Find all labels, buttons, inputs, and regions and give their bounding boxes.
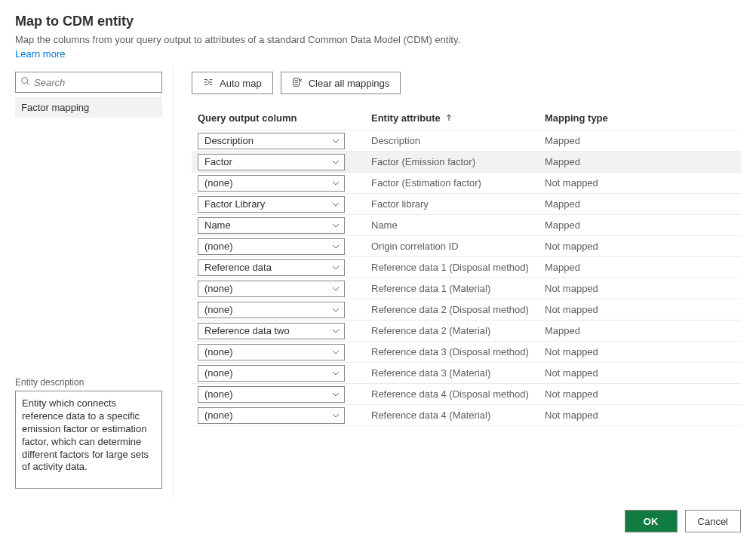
output-column-select[interactable]: (none): [198, 407, 345, 424]
chevron-down-icon: [332, 391, 340, 398]
output-column-select[interactable]: (none): [198, 302, 345, 318]
table-body: DescriptionDescriptionMappedFactorFactor…: [192, 130, 741, 426]
entity-attribute-cell: Reference data 4 (Material): [371, 410, 545, 421]
mapping-type-cell: Mapped: [545, 219, 735, 231]
entity-attribute-cell: Reference data 2 (Material): [371, 325, 545, 336]
table-row: Factor LibraryFactor libraryMapped: [192, 194, 741, 215]
select-value: (none): [204, 388, 233, 400]
dialog-footer: OK Cancel: [0, 499, 756, 543]
select-value: Description: [204, 135, 254, 146]
chevron-down-icon: [332, 306, 340, 314]
mapping-table: Query output column Entity attribute Map…: [192, 108, 741, 499]
chevron-down-icon: [332, 285, 340, 293]
entity-description-label: Entity description: [15, 377, 162, 388]
chevron-down-icon: [332, 412, 340, 419]
entity-attribute-cell: Reference data 3 (Disposal method): [371, 346, 545, 357]
svg-point-0: [22, 77, 28, 83]
chevron-down-icon: [332, 201, 340, 208]
table-row: FactorFactor (Emission factor)Mapped: [192, 152, 741, 173]
mapping-type-cell: Mapped: [545, 156, 735, 167]
entity-attribute-cell: Reference data 4 (Disposal method): [371, 388, 545, 400]
table-row: (none)Reference data 4 (Disposal method)…: [192, 384, 741, 405]
select-value: Name: [204, 219, 231, 231]
mapping-type-cell: Not mapped: [545, 177, 735, 189]
select-value: (none): [204, 177, 233, 189]
search-input-wrapper[interactable]: [15, 72, 162, 93]
output-column-select[interactable]: Reference data: [198, 259, 345, 276]
entity-attribute-cell: Description: [371, 135, 545, 146]
main-panel: Auto map Clear all mappings Query output…: [174, 66, 756, 499]
entity-attribute-cell: Name: [371, 219, 545, 231]
entity-attribute-cell: Factor library: [371, 198, 545, 210]
select-value: Reference data two: [204, 325, 290, 336]
entity-attribute-cell: Reference data 1 (Disposal method): [371, 262, 545, 273]
clear-mappings-label: Clear all mappings: [309, 78, 390, 89]
clear-mappings-button[interactable]: Clear all mappings: [281, 72, 401, 94]
output-column-select[interactable]: (none): [198, 175, 345, 192]
chevron-down-icon: [332, 327, 340, 335]
sidebar: Factor mapping Entity description Entity…: [0, 66, 174, 499]
search-input[interactable]: [31, 77, 161, 88]
mapping-type-cell: Mapped: [545, 135, 735, 146]
entity-attribute-cell: Origin correlation ID: [371, 241, 545, 252]
select-value: Factor Library: [204, 198, 265, 210]
toolbar: Auto map Clear all mappings: [192, 72, 741, 94]
table-row: (none)Factor (Estimation factor)Not mapp…: [192, 173, 741, 194]
ok-button[interactable]: OK: [625, 510, 678, 532]
output-column-select[interactable]: Factor Library: [198, 196, 345, 213]
learn-more-link[interactable]: Learn more: [15, 48, 65, 60]
cancel-button[interactable]: Cancel: [685, 510, 741, 532]
mapping-type-cell: Not mapped: [545, 304, 735, 315]
table-row: NameNameMapped: [192, 215, 741, 236]
table-row: Reference data twoReference data 2 (Mate…: [192, 321, 741, 342]
auto-map-button[interactable]: Auto map: [192, 72, 273, 94]
dialog-header: Map to CDM entity Map the columns from y…: [0, 0, 756, 66]
page-subtitle: Map the columns from your query output t…: [15, 34, 741, 45]
chevron-down-icon: [332, 348, 340, 356]
output-column-select[interactable]: (none): [198, 281, 345, 297]
entity-description-box: Entity which connects reference data to …: [15, 391, 162, 489]
select-value: (none): [204, 241, 233, 252]
output-column-select[interactable]: (none): [198, 344, 345, 360]
col-header-type[interactable]: Mapping type: [545, 112, 735, 124]
auto-map-label: Auto map: [220, 78, 262, 89]
output-column-select[interactable]: Name: [198, 217, 345, 234]
output-column-select[interactable]: (none): [198, 238, 345, 255]
sort-asc-icon: [445, 112, 453, 124]
mapping-type-cell: Mapped: [545, 262, 735, 273]
output-column-select[interactable]: (none): [198, 365, 345, 382]
select-value: (none): [204, 367, 233, 379]
chevron-down-icon: [332, 243, 340, 250]
chevron-down-icon: [332, 264, 340, 272]
chevron-down-icon: [332, 370, 340, 377]
auto-map-icon: [203, 77, 214, 90]
select-value: Factor: [204, 156, 232, 167]
select-value: Reference data: [204, 262, 272, 273]
output-column-select[interactable]: Description: [198, 133, 345, 149]
mapping-type-cell: Not mapped: [545, 241, 735, 252]
table-row: (none)Reference data 3 (Disposal method)…: [192, 342, 741, 363]
col-header-attribute[interactable]: Entity attribute: [371, 112, 545, 124]
entity-attribute-cell: Reference data 1 (Material): [371, 283, 545, 294]
mapping-type-cell: Mapped: [545, 198, 735, 210]
entity-attribute-cell: Reference data 3 (Material): [371, 367, 545, 379]
mapping-type-cell: Not mapped: [545, 346, 735, 357]
table-row: (none)Origin correlation IDNot mapped: [192, 236, 741, 257]
select-value: (none): [204, 346, 233, 357]
output-column-select[interactable]: Factor: [198, 154, 345, 170]
table-row: DescriptionDescriptionMapped: [192, 130, 741, 152]
entity-attribute-cell: Reference data 2 (Disposal method): [371, 304, 545, 315]
chevron-down-icon: [332, 137, 340, 145]
output-column-select[interactable]: Reference data two: [198, 323, 345, 339]
clear-mappings-icon: [292, 77, 303, 90]
page-title: Map to CDM entity: [15, 14, 741, 29]
table-header: Query output column Entity attribute Map…: [192, 108, 741, 130]
chevron-down-icon: [332, 222, 340, 229]
output-column-select[interactable]: (none): [198, 386, 345, 403]
entity-list-item[interactable]: Factor mapping: [15, 97, 162, 118]
select-value: (none): [204, 283, 233, 294]
table-row: (none)Reference data 1 (Material)Not map…: [192, 278, 741, 299]
select-value: (none): [204, 304, 233, 315]
col-header-output[interactable]: Query output column: [198, 112, 371, 124]
entity-attribute-cell: Factor (Emission factor): [371, 156, 545, 167]
